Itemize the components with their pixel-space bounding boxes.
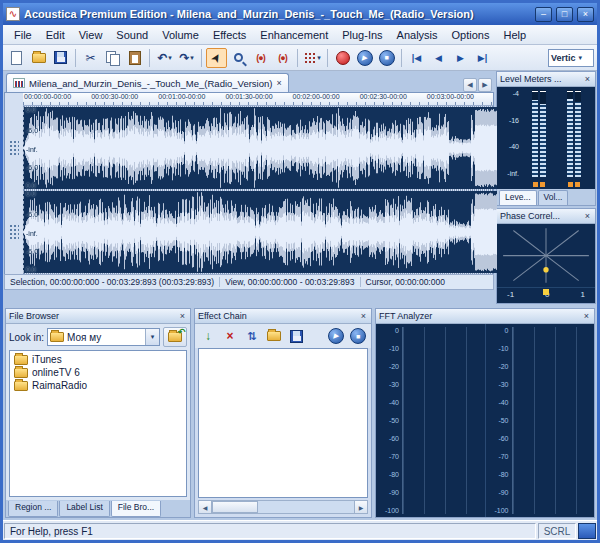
tab-scroll-left-button[interactable]: ◀: [463, 78, 477, 92]
fft-scale-label: -10: [498, 345, 508, 352]
add-effect-button[interactable]: ↓: [199, 327, 217, 345]
copy-button[interactable]: [102, 48, 123, 68]
level-meters-title: Level Meters ...: [500, 74, 562, 84]
folder-list-item[interactable]: RaimaRadio: [12, 379, 184, 392]
meter-scale-label: -4: [513, 90, 519, 97]
scroll-left-icon[interactable]: ◀: [198, 500, 212, 514]
browser-tab[interactable]: Region ...: [8, 501, 58, 517]
stop-button[interactable]: ■: [376, 48, 397, 68]
mixer-matrix-button[interactable]: ▾: [302, 48, 323, 68]
close-button[interactable]: ×: [577, 7, 594, 22]
paste-button[interactable]: [124, 48, 145, 68]
go-to-folder-button[interactable]: ↶: [163, 327, 187, 347]
preview-play-button[interactable]: ▶: [327, 327, 345, 345]
meter-tab[interactable]: Leve...: [499, 190, 537, 205]
save-button[interactable]: [50, 48, 71, 68]
close-icon[interactable]: ×: [359, 311, 368, 321]
clip-indicator[interactable]: [568, 182, 573, 187]
timeline-label: 00:02:00-00:00: [292, 93, 359, 105]
menu-item[interactable]: Edit: [39, 27, 72, 43]
vertical-zoom-dropdown[interactable]: Vertic▾: [548, 49, 594, 67]
go-to-end-button[interactable]: ▶|: [472, 48, 493, 68]
previous-button[interactable]: ◀: [428, 48, 449, 68]
waveform-channel-left[interactable]: 0.0-6.0-inf.-6.00.0: [23, 106, 493, 190]
timeline-ruler[interactable]: 00:00:00-00:0000:00:30-00:0000:01:00-00:…: [23, 93, 493, 106]
menu-item[interactable]: File: [7, 27, 39, 43]
select-tool-button[interactable]: ➤: [206, 48, 227, 68]
chevron-down-icon: ▾: [317, 54, 321, 62]
close-icon[interactable]: ×: [178, 311, 187, 321]
folder-list-item[interactable]: onlineTV 6: [12, 366, 184, 379]
remove-effect-button[interactable]: ×: [221, 327, 239, 345]
cut-button[interactable]: ✂: [80, 48, 101, 68]
chevron-down-icon[interactable]: ▾: [145, 329, 159, 345]
scrollbar-track[interactable]: [212, 500, 354, 514]
menu-item[interactable]: Sound: [109, 27, 155, 43]
next-button[interactable]: ▶: [450, 48, 471, 68]
preview-stop-button[interactable]: ■: [349, 327, 367, 345]
effect-chain-title: Effect Chain: [198, 311, 247, 321]
new-file-button[interactable]: [6, 48, 27, 68]
output-monitor-button[interactable]: (●): [272, 48, 293, 68]
record-button[interactable]: [332, 48, 353, 68]
waveform-canvas-left[interactable]: [23, 107, 497, 189]
clip-indicator[interactable]: [533, 182, 538, 187]
skip-end-icon: ▶|: [478, 53, 487, 63]
close-icon[interactable]: ×: [582, 311, 591, 321]
tab-scroll-right-button[interactable]: ▶: [478, 78, 492, 92]
look-in-dropdown[interactable]: Моя му ▾: [47, 328, 160, 346]
scrollbar-thumb[interactable]: [212, 501, 258, 513]
open-button[interactable]: [28, 48, 49, 68]
play-icon: ▶: [328, 328, 344, 344]
clip-indicator[interactable]: [540, 182, 545, 187]
browser-tab[interactable]: Label List: [59, 501, 109, 517]
close-icon[interactable]: ×: [583, 211, 592, 221]
play-button[interactable]: ▶: [354, 48, 375, 68]
document-tab-row: Milena_and_Murzin_Denis_-_Touch_Me_(Radi…: [4, 71, 494, 92]
grid-icon: [304, 52, 316, 64]
fft-scale-label: -90: [389, 489, 399, 496]
timeline-label: 00:00:00-00:00: [23, 93, 90, 105]
folder-list[interactable]: iTunes onlineTV 6 RaimaRadio: [9, 350, 187, 497]
load-chain-button[interactable]: [265, 327, 283, 345]
menu-item[interactable]: Enhancement: [253, 27, 335, 43]
reorder-effect-button[interactable]: ⇅: [243, 327, 261, 345]
toolbar: ✂ ↶▾ ↷▾ ➤ (●) (●) ▾ ▶ ■ |◀ ◀ ▶ ▶| Vertic…: [3, 45, 597, 71]
folder-list-item[interactable]: iTunes: [12, 353, 184, 366]
scroll-right-icon[interactable]: ▶: [354, 500, 368, 514]
maximize-button[interactable]: □: [556, 7, 573, 22]
fft-scale-label: -10: [389, 345, 399, 352]
file-browser-panel: File Browser × Look in: Моя му ▾ ↶: [5, 308, 191, 518]
resize-grip[interactable]: [578, 523, 596, 539]
zoom-tool-button[interactable]: [228, 48, 249, 68]
effect-chain-list[interactable]: [198, 348, 368, 498]
close-icon[interactable]: ×: [583, 74, 592, 84]
channel-drag-handle[interactable]: [9, 140, 19, 156]
minimize-button[interactable]: –: [535, 7, 552, 22]
browser-tab[interactable]: File Bro...: [111, 501, 161, 517]
waveform-canvas-right[interactable]: [23, 191, 497, 273]
copy-icon: [106, 51, 119, 64]
go-to-start-button[interactable]: |◀: [406, 48, 427, 68]
save-chain-button[interactable]: [287, 327, 305, 345]
meter-scale-label: -16: [509, 117, 519, 124]
menu-item[interactable]: Effects: [206, 27, 253, 43]
clip-indicator[interactable]: [575, 182, 580, 187]
channel-drag-handle[interactable]: [9, 224, 19, 240]
menu-item[interactable]: Analysis: [390, 27, 445, 43]
input-monitor-button[interactable]: (●): [250, 48, 271, 68]
meter-tab[interactable]: Vol...: [538, 190, 569, 205]
document-tab[interactable]: Milena_and_Murzin_Denis_-_Touch_Me_(Radi…: [6, 73, 289, 92]
undo-button[interactable]: ↶▾: [154, 48, 175, 68]
phase-scope: [497, 224, 595, 287]
menu-item[interactable]: Help: [496, 27, 533, 43]
horizontal-scrollbar[interactable]: ◀ ▶: [198, 500, 368, 514]
menu-item[interactable]: Volume: [155, 27, 206, 43]
menu-item[interactable]: Options: [445, 27, 497, 43]
menu-item[interactable]: Plug-Ins: [335, 27, 389, 43]
menu-item[interactable]: View: [72, 27, 110, 43]
waveform-channel-right[interactable]: 0.0-6.0-inf.-6.00.0: [23, 190, 493, 274]
close-tab-icon[interactable]: ×: [276, 78, 281, 88]
phase-marker: [543, 289, 549, 295]
redo-button[interactable]: ↷▾: [176, 48, 197, 68]
